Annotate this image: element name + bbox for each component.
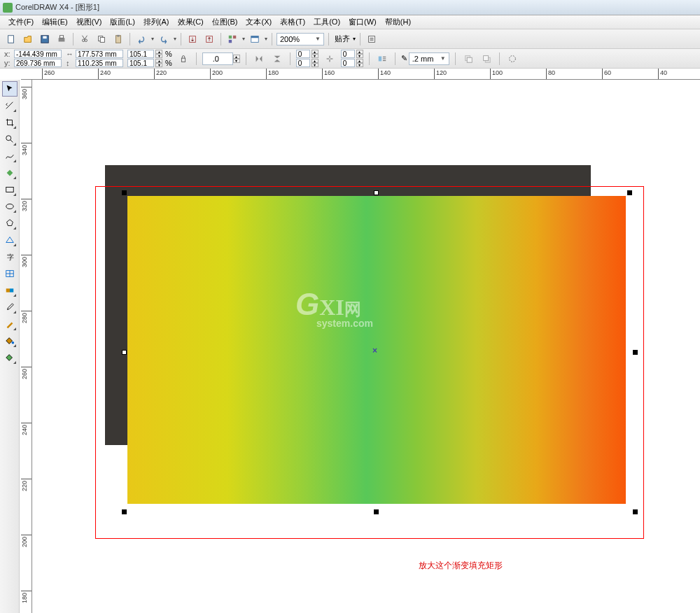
fill-tool[interactable] bbox=[2, 333, 18, 348]
menu-file[interactable]: 文件(F) bbox=[4, 15, 38, 29]
rectangle-tool[interactable] bbox=[2, 182, 18, 197]
menu-arrange[interactable]: 排列(A) bbox=[139, 15, 174, 29]
wrap-text-button[interactable] bbox=[375, 52, 389, 66]
corner-d-input[interactable] bbox=[341, 59, 355, 67]
menu-tools[interactable]: 工具(O) bbox=[309, 15, 344, 29]
zoom-value: 200% bbox=[280, 35, 300, 43]
zoom-select[interactable]: 200%▼ bbox=[276, 33, 324, 45]
svg-rect-22 bbox=[483, 55, 488, 60]
mirror-v-button[interactable] bbox=[270, 52, 284, 66]
svg-rect-20 bbox=[467, 57, 472, 62]
svg-rect-8 bbox=[117, 34, 120, 36]
welcome-button[interactable] bbox=[248, 32, 262, 46]
menu-table[interactable]: 表格(T) bbox=[276, 15, 309, 29]
scale-y-input[interactable] bbox=[127, 59, 154, 67]
table-tool[interactable] bbox=[2, 266, 18, 281]
polygon-tool[interactable] bbox=[2, 216, 18, 231]
ruler-horizontal[interactable]: 260 240 220 200 180 160 140 120 100 80 6… bbox=[21, 69, 700, 80]
menu-view[interactable]: 视图(V) bbox=[72, 15, 106, 29]
annotation-text: 放大这个渐变填充矩形 bbox=[419, 560, 503, 572]
open-button[interactable] bbox=[21, 32, 35, 46]
menu-effects[interactable]: 效果(C) bbox=[174, 15, 208, 29]
ellipse-tool[interactable] bbox=[2, 199, 18, 214]
pick-tool[interactable] bbox=[2, 81, 18, 97]
interactive-tool[interactable] bbox=[2, 283, 18, 298]
app-launcher-button[interactable] bbox=[225, 32, 239, 46]
corner-c-input[interactable] bbox=[341, 50, 355, 58]
new-button[interactable] bbox=[4, 32, 18, 46]
position-coords: x: y: bbox=[4, 50, 62, 67]
interactive-fill-tool[interactable] bbox=[2, 350, 18, 365]
window-title: CorelDRAW X4 - [图形1] bbox=[15, 2, 99, 13]
zoom-tool[interactable] bbox=[2, 132, 18, 147]
scale-inputs: ▴▾% ▴▾% bbox=[127, 50, 172, 67]
property-bar: x: y: ↔ ↕ ▴▾% ▴▾% ⟳▴▾ ▴▾ ▴▾ ▴▾ ▴▾ ✎ .2 m… bbox=[0, 49, 700, 69]
smart-fill-tool[interactable] bbox=[2, 165, 18, 181]
to-back-button[interactable] bbox=[479, 52, 493, 66]
height-input[interactable] bbox=[76, 59, 123, 67]
paste-button[interactable] bbox=[111, 32, 125, 46]
width-input[interactable] bbox=[76, 50, 123, 58]
menu-help[interactable]: 帮助(H) bbox=[381, 15, 415, 29]
crop-tool[interactable] bbox=[2, 115, 18, 130]
svg-point-24 bbox=[6, 136, 10, 141]
svg-rect-25 bbox=[6, 188, 13, 192]
export-button[interactable] bbox=[202, 32, 216, 46]
basic-shapes-tool[interactable] bbox=[2, 232, 18, 248]
svg-rect-18 bbox=[379, 56, 382, 61]
svg-rect-2 bbox=[43, 36, 46, 38]
y-input[interactable] bbox=[14, 59, 62, 67]
ruler-vertical[interactable]: 360 340 320 300 280 260 240 220 200 180 bbox=[21, 80, 32, 613]
menu-layout[interactable]: 版面(L) bbox=[106, 15, 139, 29]
corner-lock-button[interactable] bbox=[323, 52, 337, 66]
svg-point-31 bbox=[11, 341, 14, 344]
freehand-tool[interactable] bbox=[2, 148, 18, 164]
svg-rect-30 bbox=[10, 288, 13, 292]
options-button[interactable] bbox=[365, 32, 379, 46]
svg-rect-6 bbox=[100, 37, 104, 42]
menubar: 文件(F) 编辑(E) 视图(V) 版面(L) 排列(A) 效果(C) 位图(B… bbox=[0, 15, 700, 29]
rotation-input[interactable] bbox=[202, 52, 233, 65]
print-button[interactable] bbox=[55, 32, 69, 46]
svg-rect-13 bbox=[229, 39, 232, 42]
to-front-button[interactable] bbox=[461, 52, 475, 66]
svg-point-26 bbox=[6, 204, 13, 209]
menu-text[interactable]: 文本(X) bbox=[241, 15, 276, 29]
svg-rect-12 bbox=[233, 35, 236, 38]
svg-rect-17 bbox=[181, 58, 185, 62]
convert-curves-button[interactable] bbox=[505, 52, 519, 66]
copy-button[interactable] bbox=[94, 32, 108, 46]
svg-rect-15 bbox=[251, 36, 259, 38]
mirror-h-button[interactable] bbox=[252, 52, 266, 66]
menu-window[interactable]: 窗口(W) bbox=[344, 15, 381, 29]
svg-rect-4 bbox=[59, 35, 63, 38]
scale-x-input[interactable] bbox=[127, 50, 154, 58]
corner-a-input[interactable] bbox=[296, 50, 310, 58]
app-icon bbox=[3, 3, 13, 13]
snap-dropdown[interactable]: 贴齐▾ bbox=[333, 34, 356, 44]
menu-bitmap[interactable]: 位图(B) bbox=[208, 15, 242, 29]
svg-point-23 bbox=[509, 55, 515, 62]
outline-tool[interactable] bbox=[2, 316, 18, 332]
import-button[interactable] bbox=[186, 32, 200, 46]
shape-tool[interactable] bbox=[2, 98, 18, 113]
canvas[interactable]: GGXI网XI网 system.com × 放大这个渐变填充矩形 bbox=[32, 80, 700, 613]
corner-b-input[interactable] bbox=[296, 59, 310, 67]
x-input[interactable] bbox=[14, 50, 62, 58]
pen-icon: ✎ bbox=[401, 54, 407, 63]
save-button[interactable] bbox=[38, 32, 52, 46]
svg-rect-3 bbox=[59, 38, 65, 41]
cut-button[interactable] bbox=[78, 32, 92, 46]
text-tool[interactable]: 字 bbox=[2, 249, 18, 265]
menu-edit[interactable]: 编辑(E) bbox=[38, 15, 72, 29]
svg-text:字: 字 bbox=[6, 253, 13, 261]
annotation-box bbox=[95, 186, 644, 539]
redo-button[interactable] bbox=[157, 32, 171, 46]
eyedropper-tool[interactable] bbox=[2, 300, 18, 315]
outline-width-select[interactable]: ✎ .2 mm▼ bbox=[401, 52, 449, 65]
svg-rect-11 bbox=[229, 35, 232, 38]
toolbox: 字 bbox=[0, 80, 20, 613]
titlebar: CorelDRAW X4 - [图形1] bbox=[0, 0, 700, 15]
undo-button[interactable] bbox=[134, 32, 148, 46]
lock-ratio-button[interactable] bbox=[176, 52, 190, 66]
